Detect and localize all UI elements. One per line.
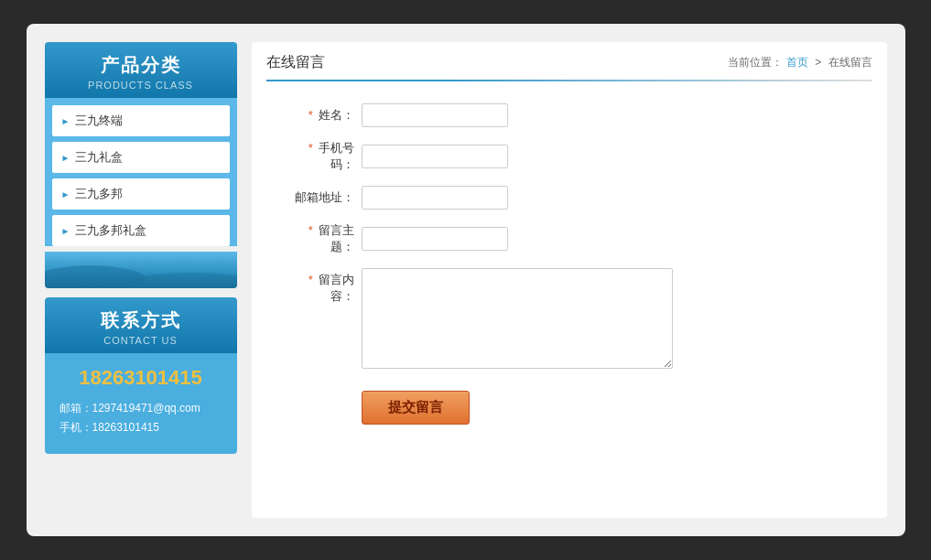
contact-phone: 18263101415	[60, 366, 222, 390]
main-layout: 产品分类 PRODUCTS CLASS ► 三九终端 ► 三九礼盒 ► 三九多邦	[27, 24, 905, 536]
products-title-cn: 产品分类	[45, 53, 237, 78]
contact-header: 联系方式 CONTACT US	[45, 297, 237, 353]
email-input[interactable]	[362, 186, 508, 210]
products-section: 产品分类 PRODUCTS CLASS ► 三九终端 ► 三九礼盒 ► 三九多邦	[45, 42, 237, 288]
products-list: ► 三九终端 ► 三九礼盒 ► 三九多邦 ► 三九多邦礼盒	[45, 98, 237, 246]
form-row-message: * 留言内容：	[288, 268, 850, 369]
chevron-right-icon: ►	[61, 153, 70, 163]
form-row-email: 邮箱地址：	[288, 186, 850, 210]
chevron-right-icon: ►	[61, 226, 70, 236]
contact-body: 18263101415 邮箱：1297419471@qq.com 手机：1826…	[45, 353, 237, 454]
list-item[interactable]: ► 三九多邦礼盒	[52, 215, 230, 246]
content-area: 在线留言 当前位置： 首页 > 在线留言 * 姓名：	[252, 42, 887, 518]
contact-email: 邮箱：1297419471@qq.com	[60, 401, 222, 416]
subject-label: * 留言主题：	[288, 222, 362, 255]
contact-title-en: CONTACT US	[45, 335, 237, 346]
products-title-en: PRODUCTS CLASS	[45, 80, 237, 91]
subject-input[interactable]	[362, 227, 508, 251]
breadcrumb: 当前位置： 首页 > 在线留言	[728, 55, 871, 70]
contact-form: * 姓名： * 手机号码： 邮箱地址：	[252, 96, 887, 443]
message-label: * 留言内容：	[288, 268, 362, 305]
content-header: 在线留言 当前位置： 首页 > 在线留言	[252, 42, 887, 72]
list-item[interactable]: ► 三九礼盒	[52, 142, 230, 173]
list-item[interactable]: ► 三九终端	[52, 105, 230, 136]
name-input[interactable]	[362, 103, 508, 127]
breadcrumb-home[interactable]: 首页	[786, 56, 808, 69]
form-row-phone: * 手机号码：	[288, 140, 850, 173]
required-mark: *	[309, 141, 313, 155]
contact-title-cn: 联系方式	[45, 308, 237, 333]
contact-mobile: 手机：18263101415	[60, 420, 222, 436]
page-title: 在线留言	[266, 53, 325, 72]
email-label: 邮箱地址：	[288, 189, 362, 206]
form-row-name: * 姓名：	[288, 103, 850, 127]
required-mark: *	[309, 273, 313, 286]
contact-section: 联系方式 CONTACT US 18263101415 邮箱：129741947…	[45, 297, 237, 454]
chevron-right-icon: ►	[61, 189, 70, 199]
chevron-right-icon: ►	[61, 116, 70, 126]
name-label: * 姓名：	[288, 107, 362, 124]
list-item[interactable]: ► 三九多邦	[52, 178, 230, 210]
phone-label: * 手机号码：	[288, 140, 362, 173]
products-footer-decoration	[45, 252, 237, 288]
required-mark: *	[309, 223, 313, 237]
phone-input[interactable]	[362, 145, 508, 168]
products-header: 产品分类 PRODUCTS CLASS	[45, 42, 237, 98]
screen: 产品分类 PRODUCTS CLASS ► 三九终端 ► 三九礼盒 ► 三九多邦	[27, 24, 905, 536]
message-textarea[interactable]	[362, 268, 673, 369]
submit-button[interactable]: 提交留言	[362, 391, 470, 425]
breadcrumb-current: 在线留言	[828, 56, 872, 69]
form-row-subject: * 留言主题：	[288, 222, 850, 255]
content-divider	[266, 80, 872, 81]
sidebar: 产品分类 PRODUCTS CLASS ► 三九终端 ► 三九礼盒 ► 三九多邦	[45, 42, 237, 518]
required-mark: *	[309, 108, 313, 122]
